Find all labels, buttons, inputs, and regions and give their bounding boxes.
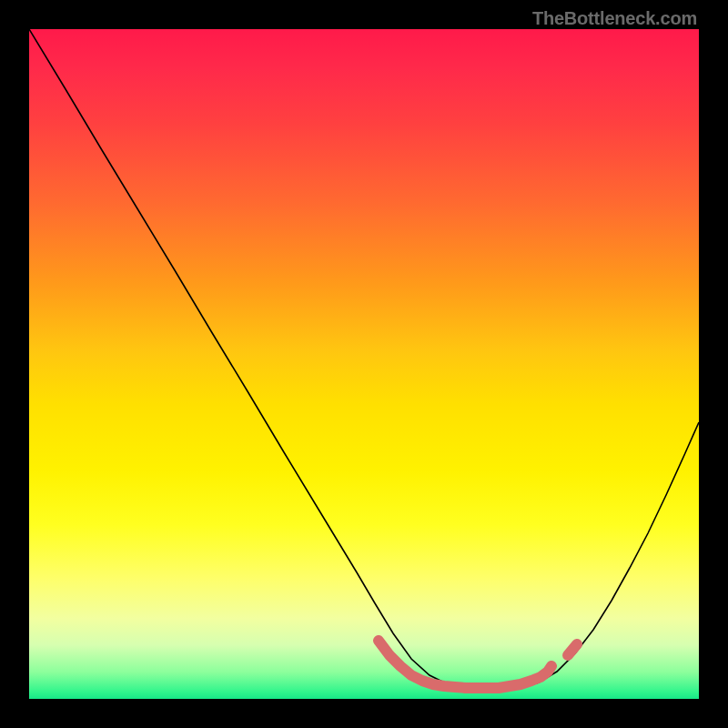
valley-dot [568, 644, 577, 655]
bottleneck-curve [29, 29, 699, 690]
valley-highlight [379, 641, 551, 688]
plot-area [29, 29, 699, 699]
chart-svg [29, 29, 699, 699]
watermark-text: TheBottleneck.com [532, 8, 697, 29]
